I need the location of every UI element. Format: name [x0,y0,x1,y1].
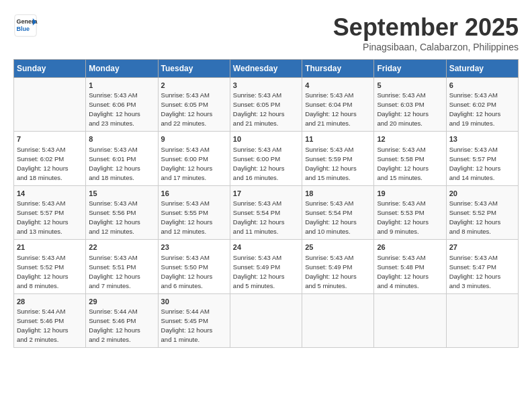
day-number: 29 [89,297,154,307]
cell-text: Sunrise: 5:43 AM Sunset: 5:58 PM Dayligh… [377,146,429,181]
cell-text: Sunrise: 5:44 AM Sunset: 5:46 PM Dayligh… [89,308,140,343]
calendar-cell: 13Sunrise: 5:43 AM Sunset: 5:57 PM Dayli… [446,132,518,185]
cell-text: Sunrise: 5:43 AM Sunset: 5:55 PM Dayligh… [161,199,213,235]
calendar-cell: 7Sunrise: 5:43 AM Sunset: 6:02 PM Daylig… [14,132,86,185]
calendar-cell: 26Sunrise: 5:43 AM Sunset: 5:48 PM Dayli… [374,240,446,293]
cell-text: Sunrise: 5:43 AM Sunset: 5:50 PM Dayligh… [161,254,213,289]
day-number: 28 [17,297,83,307]
calendar-cell: 10Sunrise: 5:43 AM Sunset: 6:00 PM Dayli… [230,132,302,185]
day-number: 19 [377,189,443,199]
calendar-cell: 17Sunrise: 5:43 AM Sunset: 5:54 PM Dayli… [230,185,302,239]
cell-text: Sunrise: 5:43 AM Sunset: 5:54 PM Dayligh… [233,199,285,235]
day-number: 15 [89,189,154,199]
day-number: 5 [377,81,443,91]
calendar-cell: 2Sunrise: 5:43 AM Sunset: 6:05 PM Daylig… [158,78,230,132]
cell-text: Sunrise: 5:43 AM Sunset: 5:56 PM Dayligh… [89,199,140,235]
cell-text: Sunrise: 5:43 AM Sunset: 6:01 PM Dayligh… [89,146,140,181]
calendar-week-3: 14Sunrise: 5:43 AM Sunset: 5:57 PM Dayli… [14,185,519,239]
day-number: 13 [449,134,515,144]
weekday-header-wednesday: Wednesday [230,60,302,78]
day-number: 16 [161,189,227,199]
weekday-header-thursday: Thursday [302,60,374,78]
calendar-cell [374,293,446,347]
day-number: 17 [233,189,299,199]
calendar-table: SundayMondayTuesdayWednesdayThursdayFrid… [13,59,519,348]
cell-text: Sunrise: 5:44 AM Sunset: 5:46 PM Dayligh… [17,308,69,343]
day-number: 30 [161,297,227,307]
cell-text: Sunrise: 5:43 AM Sunset: 5:53 PM Dayligh… [377,199,429,235]
day-number: 21 [17,242,83,253]
logo: General Blue [13,13,38,38]
day-number: 27 [449,242,515,253]
cell-text: Sunrise: 5:43 AM Sunset: 6:05 PM Dayligh… [233,91,285,127]
calendar-cell: 27Sunrise: 5:43 AM Sunset: 5:47 PM Dayli… [446,240,518,293]
calendar-cell: 11Sunrise: 5:43 AM Sunset: 5:59 PM Dayli… [302,132,374,185]
cell-text: Sunrise: 5:43 AM Sunset: 6:02 PM Dayligh… [17,146,69,181]
day-number: 22 [89,242,154,253]
cell-text: Sunrise: 5:43 AM Sunset: 5:57 PM Dayligh… [17,199,69,235]
day-number: 4 [305,81,371,91]
calendar-cell: 9Sunrise: 5:43 AM Sunset: 6:00 PM Daylig… [158,132,230,185]
logo-icon: General Blue [13,13,38,38]
day-number: 9 [161,134,227,144]
day-number: 11 [305,134,371,144]
calendar-cell: 29Sunrise: 5:44 AM Sunset: 5:46 PM Dayli… [86,293,158,347]
cell-text: Sunrise: 5:43 AM Sunset: 5:54 PM Dayligh… [305,199,357,235]
day-number: 7 [17,134,83,144]
cell-text: Sunrise: 5:43 AM Sunset: 6:02 PM Dayligh… [449,91,501,127]
day-number: 20 [449,189,515,199]
cell-text: Sunrise: 5:43 AM Sunset: 5:51 PM Dayligh… [89,254,140,289]
calendar-cell: 6Sunrise: 5:43 AM Sunset: 6:02 PM Daylig… [446,78,518,132]
calendar-week-1: 1Sunrise: 5:43 AM Sunset: 6:06 PM Daylig… [14,78,519,132]
calendar-cell: 22Sunrise: 5:43 AM Sunset: 5:51 PM Dayli… [86,240,158,293]
calendar-week-2: 7Sunrise: 5:43 AM Sunset: 6:02 PM Daylig… [14,132,519,185]
calendar-cell: 18Sunrise: 5:43 AM Sunset: 5:54 PM Dayli… [302,185,374,239]
day-number: 25 [305,242,371,253]
weekday-header-tuesday: Tuesday [158,60,230,78]
calendar-cell: 12Sunrise: 5:43 AM Sunset: 5:58 PM Dayli… [374,132,446,185]
calendar-cell: 28Sunrise: 5:44 AM Sunset: 5:46 PM Dayli… [14,293,86,347]
cell-text: Sunrise: 5:43 AM Sunset: 6:05 PM Dayligh… [161,91,213,127]
calendar-cell: 8Sunrise: 5:43 AM Sunset: 6:01 PM Daylig… [86,132,158,185]
cell-text: Sunrise: 5:43 AM Sunset: 5:48 PM Dayligh… [377,254,429,289]
day-number: 26 [377,242,443,253]
calendar-cell: 14Sunrise: 5:43 AM Sunset: 5:57 PM Dayli… [14,185,86,239]
day-number: 18 [305,189,371,199]
calendar-cell: 30Sunrise: 5:44 AM Sunset: 5:45 PM Dayli… [158,293,230,347]
calendar-cell [230,293,302,347]
calendar-cell: 5Sunrise: 5:43 AM Sunset: 6:03 PM Daylig… [374,78,446,132]
weekday-header-saturday: Saturday [446,60,518,78]
cell-text: Sunrise: 5:43 AM Sunset: 6:00 PM Dayligh… [233,146,285,181]
weekday-header-sunday: Sunday [14,60,86,78]
day-number: 14 [17,189,83,199]
day-number: 10 [233,134,299,144]
calendar-cell: 20Sunrise: 5:43 AM Sunset: 5:52 PM Dayli… [446,185,518,239]
calendar-cell: 23Sunrise: 5:43 AM Sunset: 5:50 PM Dayli… [158,240,230,293]
day-number: 23 [161,242,227,253]
weekday-header-friday: Friday [374,60,446,78]
cell-text: Sunrise: 5:43 AM Sunset: 5:49 PM Dayligh… [305,254,357,289]
day-number: 3 [233,81,299,91]
title-area: September 2025 Pinagsibaan, Calabarzon, … [333,13,519,52]
calendar-cell [302,293,374,347]
cell-text: Sunrise: 5:43 AM Sunset: 5:47 PM Dayligh… [449,254,501,289]
calendar-cell: 1Sunrise: 5:43 AM Sunset: 6:06 PM Daylig… [86,78,158,132]
cell-text: Sunrise: 5:43 AM Sunset: 6:00 PM Dayligh… [161,146,213,181]
cell-text: Sunrise: 5:43 AM Sunset: 5:49 PM Dayligh… [233,254,285,289]
calendar-cell [446,293,518,347]
cell-text: Sunrise: 5:44 AM Sunset: 5:45 PM Dayligh… [161,308,213,343]
day-number: 1 [89,81,154,91]
calendar-cell: 25Sunrise: 5:43 AM Sunset: 5:49 PM Dayli… [302,240,374,293]
calendar-cell [14,78,86,132]
weekday-header-monday: Monday [86,60,158,78]
page-header: General Blue September 2025 Pinagsibaan,… [13,13,519,52]
cell-text: Sunrise: 5:43 AM Sunset: 6:03 PM Dayligh… [377,91,429,127]
calendar-header-row: SundayMondayTuesdayWednesdayThursdayFrid… [14,60,519,78]
location-title: Pinagsibaan, Calabarzon, Philippines [333,42,519,52]
month-title: September 2025 [333,13,519,42]
calendar-cell: 16Sunrise: 5:43 AM Sunset: 5:55 PM Dayli… [158,185,230,239]
day-number: 12 [377,134,443,144]
calendar-cell: 24Sunrise: 5:43 AM Sunset: 5:49 PM Dayli… [230,240,302,293]
day-number: 24 [233,242,299,253]
calendar-body: 1Sunrise: 5:43 AM Sunset: 6:06 PM Daylig… [14,78,519,348]
